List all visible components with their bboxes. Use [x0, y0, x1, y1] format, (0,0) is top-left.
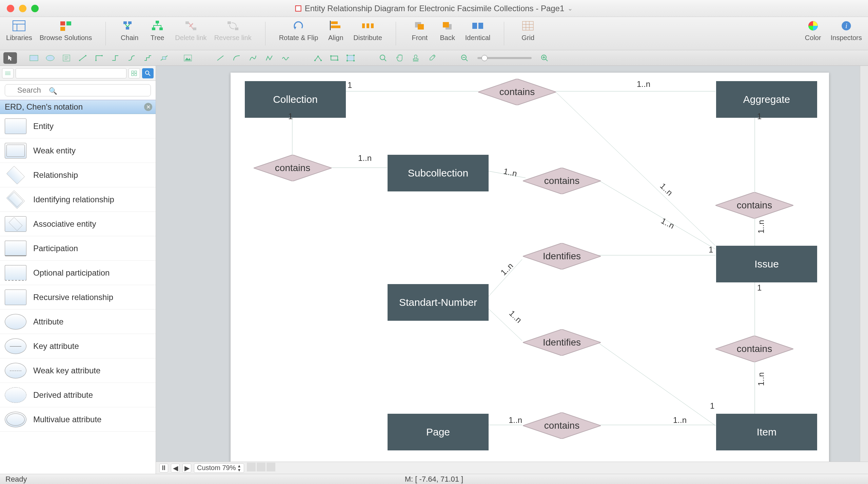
- card-label: 1: [757, 112, 762, 121]
- connector-3-tool[interactable]: [108, 52, 122, 64]
- connector-4-tool[interactable]: [125, 52, 138, 64]
- align-icon: [328, 20, 343, 32]
- freehand-tool[interactable]: [279, 52, 292, 64]
- canvas-viewport[interactable]: Collection Aggregate Subcollection Issue…: [156, 66, 868, 462]
- reverse-link-button: Reverse link: [214, 20, 252, 42]
- svg-rect-9: [156, 21, 159, 23]
- shape-multivalue-attribute[interactable]: Multivalue attribute: [0, 407, 156, 432]
- rel-issue-item[interactable]: contains: [715, 336, 793, 362]
- card-label: 1..n: [503, 166, 518, 179]
- shape-optional-participation[interactable]: Optional participation: [0, 261, 156, 285]
- shape-participation[interactable]: Participation: [0, 236, 156, 261]
- line-tool[interactable]: [214, 52, 227, 64]
- back-button[interactable]: Back: [437, 20, 458, 42]
- text-tool[interactable]: [60, 52, 73, 64]
- minimize-window-button[interactable]: [19, 5, 26, 12]
- distribute-button[interactable]: Distribute: [353, 20, 382, 42]
- shape-weak-key-attribute[interactable]: Weak key attribute: [0, 358, 156, 383]
- shape-key-attribute[interactable]: Key attribute: [0, 334, 156, 358]
- inspectors-button[interactable]: iInspectors: [831, 20, 862, 42]
- edit-segments-tool[interactable]: [328, 52, 341, 64]
- status-bar: Ready M: [ -7.64, 71.01 ]: [0, 474, 868, 484]
- stamp-tool[interactable]: [409, 52, 422, 64]
- close-window-button[interactable]: [7, 5, 14, 12]
- shape-recursive-relationship[interactable]: Recursive relationship: [0, 285, 156, 310]
- align-button[interactable]: Align: [326, 20, 346, 42]
- spline-tool[interactable]: [246, 52, 260, 64]
- entity-collection[interactable]: Collection: [245, 81, 346, 118]
- svg-line-75: [546, 59, 548, 61]
- rel-collection-subcollection[interactable]: contains: [254, 155, 332, 181]
- vertical-scrollbar[interactable]: [860, 66, 868, 462]
- rel-item-page[interactable]: contains: [523, 412, 601, 439]
- page[interactable]: Collection Aggregate Subcollection Issue…: [231, 73, 829, 462]
- zoom-slider-knob[interactable]: [481, 55, 488, 61]
- browse-solutions-button[interactable]: Browse Solutions: [40, 20, 92, 42]
- shape-identifying-relationship[interactable]: Identifying relationship: [0, 187, 156, 212]
- shape-attribute[interactable]: Attribute: [0, 310, 156, 334]
- rotate-icon: [291, 20, 306, 32]
- arc-tool[interactable]: [230, 52, 243, 64]
- pan-tool[interactable]: [393, 52, 406, 64]
- svg-marker-18: [294, 27, 296, 30]
- tree-button[interactable]: Tree: [147, 20, 167, 42]
- shape-relationship[interactable]: Relationship: [0, 163, 156, 187]
- search-input[interactable]: [5, 84, 151, 96]
- rotate-flip-button[interactable]: Rotate & Flip: [279, 20, 318, 42]
- connector-5-tool[interactable]: [141, 52, 155, 64]
- connector-2-tool[interactable]: [92, 52, 106, 64]
- zoom-slider[interactable]: [477, 57, 532, 59]
- panel-search-toggle[interactable]: [142, 68, 154, 78]
- front-button[interactable]: Front: [410, 20, 430, 42]
- rel-subcollection-issue[interactable]: contains: [523, 168, 601, 194]
- panel-breadcrumb[interactable]: [16, 68, 126, 78]
- rel-aggregate-issue[interactable]: contains: [715, 192, 793, 219]
- svg-rect-26: [418, 24, 424, 30]
- zoom-in-button[interactable]: [538, 52, 551, 64]
- entity-standart-number[interactable]: Standart-Number: [388, 284, 489, 321]
- grid-button[interactable]: Grid: [518, 20, 538, 42]
- rel-standart-issue[interactable]: Identifies: [523, 243, 601, 269]
- edit-points-tool[interactable]: [311, 52, 325, 64]
- shape-derived-attribute[interactable]: Derived attribute: [0, 383, 156, 407]
- fullscreen-window-button[interactable]: [31, 5, 39, 12]
- prev-page-button[interactable]: ◀: [171, 464, 180, 472]
- entity-issue[interactable]: Issue: [716, 246, 817, 282]
- rel-standart-item[interactable]: Identifies: [523, 329, 601, 356]
- connector-1-tool[interactable]: [76, 52, 90, 64]
- connector-6-tool[interactable]: [157, 52, 171, 64]
- entity-page[interactable]: Page: [388, 414, 489, 450]
- page-tabs[interactable]: [247, 463, 276, 473]
- insert-image-tool[interactable]: [181, 52, 195, 64]
- shape-weak-entity[interactable]: Weak entity: [0, 138, 156, 163]
- svg-point-48: [95, 60, 97, 61]
- rel-collection-aggregate[interactable]: contains: [478, 79, 556, 105]
- edit-shape-tool[interactable]: [344, 52, 357, 64]
- chain-button[interactable]: Chain: [119, 20, 140, 42]
- color-button[interactable]: Color: [803, 20, 823, 42]
- panel-tree-toggle[interactable]: [2, 68, 14, 78]
- close-icon[interactable]: ✕: [144, 103, 152, 111]
- window-title[interactable]: Entity Relationship Diagram for Electron…: [295, 4, 573, 13]
- libraries-button[interactable]: Libraries: [6, 20, 32, 42]
- shape-associative-entity[interactable]: Associative entity: [0, 212, 156, 236]
- identical-button[interactable]: Identical: [465, 20, 491, 42]
- card-label: 1..n: [756, 372, 766, 386]
- entity-subcollection[interactable]: Subcollection: [388, 155, 489, 191]
- ellipse-tool[interactable]: [43, 52, 57, 64]
- shapes-panel: 🔍 ERD, Chen's notation ✕ Entity Weak ent…: [0, 66, 156, 474]
- polyline-tool[interactable]: [262, 52, 276, 64]
- entity-item[interactable]: Item: [716, 414, 817, 450]
- zoom-out-button[interactable]: [458, 52, 471, 64]
- next-page-button[interactable]: ▶: [182, 464, 191, 472]
- zoom-tool[interactable]: [376, 52, 390, 64]
- entity-aggregate[interactable]: Aggregate: [716, 81, 817, 118]
- category-header[interactable]: ERD, Chen's notation ✕: [0, 100, 156, 114]
- eyedropper-tool[interactable]: [425, 52, 439, 64]
- panel-grid-toggle[interactable]: [129, 68, 140, 78]
- pause-button[interactable]: ⏸: [159, 464, 168, 472]
- rectangle-tool[interactable]: [27, 52, 41, 64]
- zoom-select[interactable]: Custom 79%▲▼: [194, 463, 244, 473]
- shape-entity[interactable]: Entity: [0, 114, 156, 138]
- pointer-tool[interactable]: [3, 52, 17, 64]
